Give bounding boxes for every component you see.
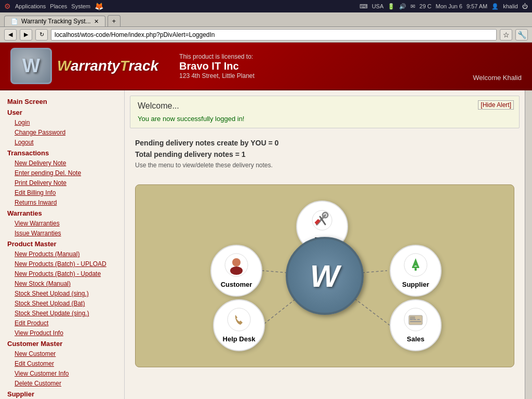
- sidebar-section-transactions[interactable]: Transactions: [0, 147, 124, 158]
- license-info: This product is licensed to: Bravo IT In…: [179, 53, 255, 79]
- date-label: Mon Jun 6: [436, 3, 462, 9]
- customer-icon: [223, 253, 249, 278]
- forward-button[interactable]: ▶: [20, 29, 32, 41]
- sidebar-main-screen[interactable]: Main Screen: [0, 96, 124, 107]
- taskbar-icon-apps: ⚙: [4, 2, 11, 10]
- logo-area: WarrantyTrack: [10, 48, 158, 84]
- page-wrapper: WarrantyTrack This product is licensed t…: [0, 43, 532, 399]
- sidebar-item-login[interactable]: Login: [0, 117, 124, 127]
- back-button[interactable]: ◀: [4, 29, 17, 41]
- stat-hint: Use the menu to view/delete these delive…: [135, 162, 514, 169]
- sidebar-item-delete-customer[interactable]: Delete Customer: [0, 378, 124, 388]
- svg-rect-15: [412, 267, 419, 268]
- stat-total-pending: Total pending delivery notes = 1: [135, 150, 514, 158]
- taskbar-places[interactable]: Places: [50, 3, 67, 9]
- scrollbar[interactable]: [525, 90, 532, 399]
- svg-point-12: [232, 258, 241, 267]
- taskbar-system[interactable]: System: [71, 3, 90, 9]
- sidebar-item-view-warranties[interactable]: View Warranties: [0, 218, 124, 228]
- tab-page-icon: 📄: [11, 18, 18, 25]
- sidebar-section-supplier[interactable]: Supplier: [0, 388, 124, 399]
- node-supplier[interactable]: Supplier: [390, 245, 442, 297]
- sidebar-item-stock-sheet-upload-bat[interactable]: Stock Sheet Upload (Bat): [0, 298, 124, 308]
- sidebar-item-new-delivery-note[interactable]: New Delivery Note: [0, 158, 124, 168]
- sidebar-item-view-product-info[interactable]: View Product Info: [0, 328, 124, 338]
- sidebar-item-print-delivery-note[interactable]: Print Delivery Note: [0, 178, 124, 188]
- sidebar-item-new-products-batch-update[interactable]: New Products (Batch) - Update: [0, 269, 124, 278]
- tab-add-button[interactable]: +: [108, 15, 121, 26]
- diagram-nodes: W: [200, 195, 449, 356]
- bookmark-button[interactable]: ☆: [500, 29, 512, 41]
- license-label: This product is licensed to:: [179, 53, 255, 60]
- tab-close-icon[interactable]: ✕: [94, 18, 99, 25]
- tools-button[interactable]: 🔧: [515, 29, 528, 41]
- helpdesk-icon: [226, 308, 252, 333]
- logo-text-area: WarrantyTrack: [57, 58, 158, 74]
- time-label: 9:57 AM: [467, 3, 487, 9]
- sidebar-item-new-customer[interactable]: New Customer: [0, 349, 124, 358]
- sidebar-item-stock-sheet-update-sing[interactable]: Stock Sheet Update (sing.): [0, 308, 124, 318]
- customer-person-icon: [223, 253, 249, 277]
- temp-label: 29 C: [419, 3, 431, 9]
- svg-rect-21: [410, 321, 421, 322]
- taskbar-left: ⚙ Applications Places System 🦊: [4, 2, 103, 10]
- company-address: 123 4th Street, Little Planet: [179, 72, 255, 79]
- sidebar-item-edit-billing-info[interactable]: Edit Billing Info: [0, 188, 124, 197]
- site-header: WarrantyTrack This product is licensed t…: [0, 43, 532, 90]
- sidebar-item-enter-pending-del-note[interactable]: Enter pending Del. Note: [0, 168, 124, 178]
- sidebar-item-new-stock-manual[interactable]: New Stock (Manual): [0, 278, 124, 288]
- logo-badge: [10, 48, 52, 84]
- node-sales[interactable]: Sales: [390, 299, 442, 351]
- browser-tab-active[interactable]: 📄 Warranty Tracking Syst... ✕: [4, 16, 105, 26]
- center-gear: W: [286, 237, 364, 315]
- stats-area: Pending delivery notes create by YOU = 0…: [125, 134, 525, 179]
- sidebar-item-edit-customer[interactable]: Edit Customer: [0, 358, 124, 368]
- sidebar-item-new-products-batch-upload[interactable]: New Products (Batch) - UPLOAD: [0, 259, 124, 269]
- sidebar-item-change-password[interactable]: Change Password: [0, 127, 124, 137]
- rma-tools-icon: [310, 210, 335, 231]
- sidebar-section-warranties[interactable]: Warranties: [0, 207, 124, 218]
- tab-title: Warranty Tracking Syst...: [21, 18, 91, 25]
- svg-rect-16: [415, 268, 417, 271]
- sidebar-item-view-customer-info[interactable]: View Customer Info: [0, 368, 124, 378]
- logo-text: WarrantyTrack: [57, 58, 158, 74]
- tab-bar: 📄 Warranty Tracking Syst... ✕ +: [0, 12, 532, 27]
- keyboard-icon: ⌨: [360, 3, 368, 10]
- node-helpdesk-label: Help Desk: [223, 335, 256, 343]
- welcome-text: Welcome Khalid: [473, 74, 522, 82]
- user-icon: 👤: [491, 3, 499, 10]
- welcome-heading: Welcome...: [138, 101, 512, 111]
- sidebar: Main Screen User Login Change Password L…: [0, 90, 125, 399]
- sidebar-item-issue-warranties[interactable]: Issue Warranties: [0, 228, 124, 238]
- sidebar-item-returns-inward[interactable]: Returns Inward: [0, 197, 124, 207]
- sidebar-item-logout[interactable]: Logout: [0, 137, 124, 147]
- sidebar-section-customer-master[interactable]: Customer Master: [0, 338, 124, 349]
- svg-rect-24: [417, 319, 420, 320]
- helpdesk-phone-icon: [226, 308, 252, 331]
- taskbar-apps[interactable]: Applications: [15, 3, 46, 9]
- taskbar: ⚙ Applications Places System 🦊 ⌨ USA 🔋 🔊…: [0, 0, 532, 12]
- content-area: Main Screen User Login Change Password L…: [0, 90, 532, 399]
- power-icon: ⏻: [522, 3, 528, 9]
- node-helpdesk[interactable]: Help Desk: [213, 299, 265, 351]
- supplier-plane-icon: [403, 253, 429, 277]
- sales-icon: [403, 308, 429, 333]
- svg-rect-22: [410, 319, 413, 320]
- stat-pending-by-you: Pending delivery notes create by YOU = 0: [135, 139, 514, 147]
- node-customer[interactable]: Customer: [210, 245, 262, 297]
- node-supplier-label: Supplier: [402, 281, 429, 288]
- nav-bar: ◀ ▶ ↻ ☆ 🔧: [0, 27, 532, 43]
- sidebar-item-edit-product[interactable]: Edit Product: [0, 318, 124, 328]
- sidebar-item-stock-sheet-upload-sing[interactable]: Stock Sheet Upload (sing.): [0, 288, 124, 298]
- hide-alert-button[interactable]: [Hide Alert]: [478, 100, 514, 110]
- sidebar-section-product-master[interactable]: Product Master: [0, 238, 124, 249]
- locale-label: USA: [372, 3, 384, 9]
- reload-button[interactable]: ↻: [35, 29, 48, 41]
- sidebar-item-new-products-manual[interactable]: New Products (Manual): [0, 249, 124, 259]
- sales-keyboard-icon: [403, 308, 429, 331]
- address-bar[interactable]: [51, 29, 497, 41]
- svg-point-11: [230, 267, 243, 275]
- rma-icon: [310, 210, 335, 235]
- volume-icon: 🔊: [399, 3, 406, 10]
- sidebar-section-user[interactable]: User: [0, 107, 124, 117]
